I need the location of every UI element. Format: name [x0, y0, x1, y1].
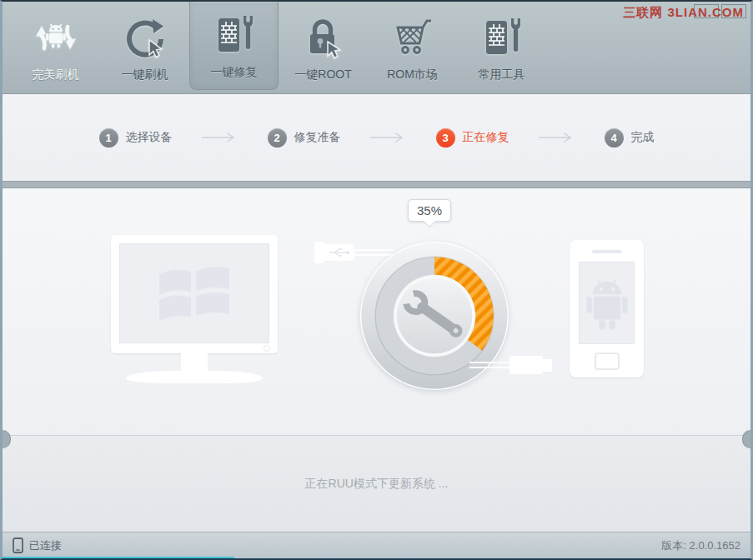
step-number-badge: 3 [436, 128, 455, 148]
step-select-device: 1 选择设备 [99, 128, 173, 148]
app-logo-icon [32, 13, 80, 62]
connected-phone-icon [13, 538, 23, 553]
step-repairing: 3 正在修复 [436, 128, 510, 148]
toolbar-item-one-key-root[interactable]: 一键ROOT [279, 2, 368, 94]
computer-monitor-icon [111, 235, 278, 353]
toolbar-item-one-key-flash[interactable]: 一键刷机 [100, 2, 189, 94]
usb-plug-icon [324, 244, 354, 261]
one-key-flash-icon [122, 13, 168, 62]
monitor-stand [181, 352, 208, 372]
toolbar-item-rom-market[interactable]: ROM市场 [368, 2, 457, 94]
progress-percent: 35% [417, 203, 442, 218]
phone-speaker [592, 250, 622, 253]
toolbar-item-label: 一键修复 [211, 65, 258, 80]
toolbar-item-label: 完美刷机 [33, 68, 79, 82]
windows-logo-icon [159, 262, 229, 324]
version-label: 版本: 2.0.0.1652 [661, 538, 740, 553]
step-number-badge: 1 [99, 128, 118, 148]
step-indicator: 1 选择设备 2 修复准备 3 正在修复 4 完成 [3, 94, 750, 181]
step-arrow-icon [538, 132, 576, 143]
step-arrow-icon [369, 132, 408, 143]
connection-status: 已连接 [29, 538, 62, 553]
one-key-root-icon [300, 13, 347, 62]
android-phone-icon [570, 240, 644, 378]
monitor-base [126, 371, 263, 383]
status-message-panel: 正在RUU模式下更新系统 ... [3, 435, 750, 532]
monitor-screen [119, 243, 269, 343]
rom-market-icon [389, 13, 436, 62]
step-repair-prepare: 2 修复准备 [268, 128, 341, 148]
step-finish: 4 完成 [605, 128, 655, 148]
progress-tooltip: 35% [408, 199, 451, 222]
toolbar-item-logo[interactable]: 完美刷机 [11, 2, 100, 94]
android-robot-icon [583, 274, 631, 332]
app-window: 完美刷机 一键刷机 [0, 0, 753, 560]
step-arrow-icon [201, 132, 239, 143]
step-number-badge: 2 [268, 128, 287, 148]
status-bar: 已连接 版本: 2.0.0.1652 [3, 532, 750, 558]
phone-screen [579, 262, 635, 344]
device-panel: 35% [3, 188, 750, 435]
one-key-repair-icon [211, 11, 258, 59]
toolbar-item-common-tools[interactable]: 常用工具 [457, 2, 546, 94]
phone-connector-tip [542, 359, 552, 372]
toolbar-item-label: ROM市场 [387, 68, 438, 82]
repair-progress-dial [358, 239, 511, 392]
common-tools-icon [479, 13, 525, 62]
watermark: 三联网 3LIAN.COM [623, 5, 744, 21]
monitor-power-dot [264, 345, 270, 352]
step-number-badge: 4 [605, 128, 624, 148]
toolbar-item-label: 一键刷机 [122, 68, 168, 82]
status-message: 正在RUU模式下更新系统 ... [305, 477, 449, 492]
usb-cable-right [469, 362, 511, 368]
toolbar-item-label: 常用工具 [479, 68, 525, 82]
phone-connector-icon [510, 356, 543, 374]
usb-plug-cap [314, 242, 324, 263]
toolbar-item-one-key-repair[interactable]: 一键修复 [189, 2, 279, 90]
toolbar-item-label: 一键ROOT [294, 68, 351, 82]
section-divider-band [3, 181, 750, 188]
phone-home-button [595, 352, 620, 370]
toolbar: 完美刷机 一键刷机 [3, 2, 750, 94]
